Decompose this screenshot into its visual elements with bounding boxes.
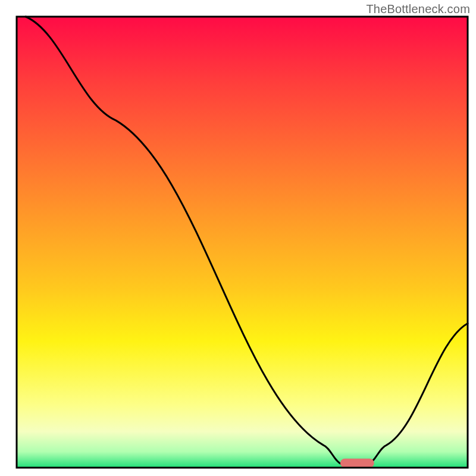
watermark-text: TheBottleneck.com [366,2,470,16]
optimum-marker [340,459,374,468]
bottleneck-chart [0,0,476,476]
plot-area [17,17,468,468]
gradient-background [17,17,468,468]
chart-container: { "watermark": "TheBottleneck.com", "cha… [0,0,476,476]
